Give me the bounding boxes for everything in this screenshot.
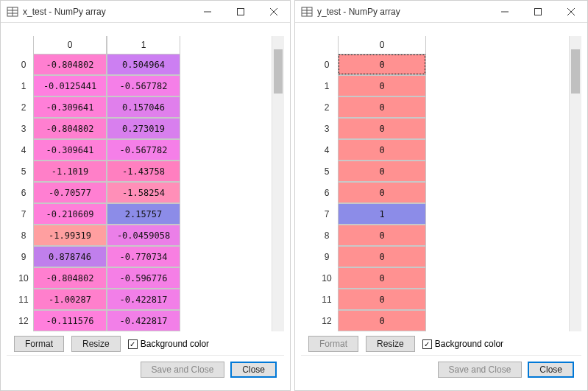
grid-cell[interactable]: 0 [338,267,426,289]
grid-cell[interactable]: 0 [338,96,426,118]
svg-rect-5 [237,8,244,15]
grid-cell[interactable]: -0.0459058 [107,225,180,246]
row-header[interactable]: 3 [14,118,33,139]
checkbox-box-icon: ✓ [422,339,432,349]
grid-cell[interactable]: 0 [338,246,426,267]
grid-cell[interactable]: -0.804802 [33,267,107,289]
grid-cell[interactable]: -0.567782 [107,75,180,96]
grid-cell[interactable]: 0 [338,54,426,75]
row-header[interactable]: 11 [14,289,33,310]
row-header[interactable]: 12 [316,310,338,331]
format-button[interactable]: Format [14,336,64,352]
background-color-checkbox[interactable]: ✓ Background color [422,339,503,349]
row-header[interactable]: 6 [14,182,33,203]
column-header[interactable]: 0 [33,36,107,54]
grid-cell[interactable]: 0 [338,118,426,139]
grid-cell[interactable]: 1 [338,203,426,225]
save-and-close-button[interactable]: Save and Close [141,362,225,378]
scrollbar-thumb[interactable] [571,49,580,94]
grid-cell[interactable]: -1.00287 [33,289,107,310]
row-header[interactable]: 6 [316,182,338,203]
array-grid[interactable]: 000102030405060718090100110120 [316,36,426,331]
close-window-button[interactable] [257,1,290,23]
row-header[interactable]: 10 [14,267,33,289]
grid-cell[interactable]: -1.99319 [33,225,107,246]
footer-toolbar: Save and Close Close [301,355,581,385]
minimize-button[interactable] [191,1,224,23]
grid-cell[interactable]: 0 [338,310,426,331]
grid-cell[interactable]: 0.878746 [33,246,107,267]
row-header[interactable]: 9 [14,246,33,267]
row-header[interactable]: 2 [14,96,33,118]
content-area: 010-0.8048020.5049641-0.0125441-0.567782… [1,23,290,391]
row-header[interactable]: 0 [14,54,33,75]
maximize-button[interactable] [521,1,554,23]
grid-cell[interactable]: 0 [338,75,426,96]
grid-cell[interactable]: -0.309641 [33,139,107,161]
grid-cell[interactable]: -0.567782 [107,139,180,161]
scrollbar-thumb[interactable] [274,49,283,94]
row-header[interactable]: 5 [14,161,33,182]
column-header[interactable]: 0 [338,36,426,54]
save-and-close-button[interactable]: Save and Close [438,362,523,378]
grid-cell[interactable]: 0 [338,225,426,246]
row-header[interactable]: 10 [316,267,338,289]
content-area: 000102030405060718090100110120 Format Re… [295,23,587,391]
row-header[interactable]: 1 [316,75,338,96]
grid-cell[interactable]: 0 [338,161,426,182]
vertical-scrollbar[interactable] [569,36,581,331]
row-header[interactable]: 12 [14,310,33,331]
mid-toolbar: Format Resize ✓ Background color [301,331,581,355]
grid-cell[interactable]: 0.157046 [107,96,180,118]
grid-cell[interactable]: -1.58254 [107,182,180,203]
array-grid[interactable]: 010-0.8048020.5049641-0.0125441-0.567782… [14,36,180,331]
grid-cell[interactable]: 0 [338,289,426,310]
grid-cell[interactable]: -0.309641 [33,96,107,118]
grid-cell[interactable]: -0.422817 [107,289,180,310]
column-header[interactable]: 1 [107,36,180,54]
close-window-button[interactable] [554,1,587,23]
vertical-scrollbar[interactable] [272,36,284,331]
close-button[interactable]: Close [528,362,574,378]
grid-cell[interactable]: -0.70577 [33,182,107,203]
row-header[interactable]: 0 [316,54,338,75]
row-header[interactable]: 7 [14,203,33,225]
grid-cell[interactable]: -0.804802 [33,54,107,75]
grid-cell[interactable]: -0.596776 [107,267,180,289]
grid-cell[interactable]: -0.770734 [107,246,180,267]
grid-cell[interactable]: 0 [338,139,426,161]
grid-cell[interactable]: 0.273019 [107,118,180,139]
grid-cell[interactable]: 2.15757 [107,203,180,225]
grid-cell[interactable]: -0.0125441 [33,75,107,96]
resize-button[interactable]: Resize [71,336,121,352]
format-button[interactable]: Format [308,336,358,352]
footer-toolbar: Save and Close Close [7,355,284,385]
row-header[interactable]: 7 [316,203,338,225]
maximize-button[interactable] [224,1,257,23]
row-header[interactable]: 1 [14,75,33,96]
grid-cell[interactable]: -1.1019 [33,161,107,182]
row-header[interactable]: 4 [316,139,338,161]
row-header[interactable]: 3 [316,118,338,139]
row-header[interactable]: 4 [14,139,33,161]
grid-cell[interactable]: -1.43758 [107,161,180,182]
grid-cell[interactable]: -0.210609 [33,203,107,225]
row-header[interactable]: 8 [14,225,33,246]
grid-corner [316,36,338,54]
grid-cell[interactable]: -0.804802 [33,118,107,139]
grid-cell[interactable]: 0 [338,182,426,203]
row-header[interactable]: 5 [316,161,338,182]
row-header[interactable]: 8 [316,225,338,246]
resize-button[interactable]: Resize [366,336,415,352]
grid-cell[interactable]: -0.111576 [33,310,107,331]
row-header[interactable]: 11 [316,289,338,310]
grid-cell[interactable]: -0.422817 [107,310,180,331]
close-button[interactable]: Close [230,362,277,378]
titlebar[interactable]: y_test - NumPy array [295,1,587,23]
grid-cell[interactable]: 0.504964 [107,54,180,75]
titlebar[interactable]: x_test - NumPy array [1,1,290,23]
row-header[interactable]: 9 [316,246,338,267]
row-header[interactable]: 2 [316,96,338,118]
minimize-button[interactable] [488,1,521,23]
background-color-checkbox[interactable]: ✓ Background color [128,339,209,349]
